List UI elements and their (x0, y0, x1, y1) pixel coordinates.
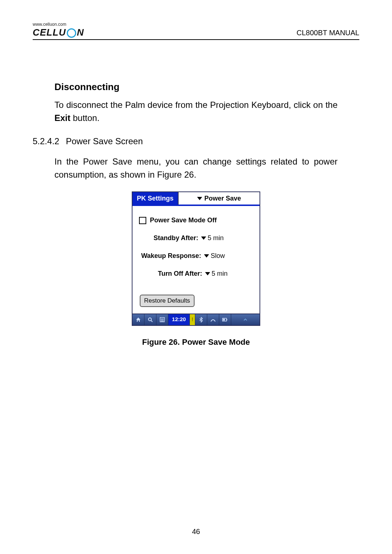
header-url: www.celluon.com (33, 22, 84, 27)
chevron-down-icon (201, 236, 206, 240)
svg-rect-7 (226, 319, 227, 320)
page-number: 46 (0, 527, 392, 536)
palm-title-menu-label: Power Save (204, 194, 241, 203)
standby-after-value: 5 min (208, 233, 224, 243)
restore-defaults-button[interactable]: Restore Defaults (140, 295, 195, 307)
page-header: www.celluon.com CELLU N CL800BT MANUAL (33, 22, 359, 40)
taskbar-clock[interactable]: 12:20 (168, 314, 190, 325)
section-number: 5.2.4.2 (33, 136, 59, 146)
home-icon[interactable] (132, 314, 144, 325)
para-disconnect: To disconnect the Palm device from the P… (54, 98, 338, 125)
section-title: Power Save Screen (66, 136, 143, 146)
para-disconnect-b: button. (70, 113, 99, 123)
para-disconnect-a: To disconnect the Palm device from the P… (54, 100, 338, 110)
celluon-logo: CELLU N (33, 28, 84, 37)
svg-rect-8 (223, 319, 225, 320)
palm-title-menu[interactable]: Power Save (178, 192, 260, 205)
menu-icon[interactable] (156, 314, 168, 325)
signal-icon[interactable] (207, 314, 219, 325)
palm-screenshot: PK Settings Power Save Power Save Mode O… (132, 191, 260, 326)
row-wakeup-response[interactable]: Wakeup Response: Slow (139, 251, 253, 261)
battery-icon[interactable] (219, 314, 231, 325)
wakeup-response-label: Wakeup Response: (141, 251, 201, 261)
para-disconnect-exit: Exit (54, 113, 70, 123)
row-standby-after[interactable]: Standby After: 5 min (139, 233, 253, 243)
power-save-mode-label: Power Save Mode Off (150, 215, 217, 225)
palm-titlebar: PK Settings Power Save (132, 192, 260, 205)
turn-off-after-label: Turn Off After: (158, 269, 202, 279)
logo-text-right: N (77, 28, 84, 37)
figure-wrapper: PK Settings Power Save Power Save Mode O… (54, 191, 338, 326)
heading-disconnecting: Disconnecting (54, 80, 338, 94)
palm-title-app[interactable]: PK Settings (132, 192, 178, 205)
bluetooth-icon[interactable] (195, 314, 207, 325)
search-icon[interactable] (144, 314, 156, 325)
svg-line-1 (151, 320, 152, 322)
para-powersave: In the Power Save menu, you can change s… (54, 155, 338, 181)
chevron-down-icon (197, 197, 202, 200)
palm-taskbar: 12:20 ! (132, 314, 260, 325)
standby-after-label: Standby After: (154, 233, 198, 243)
row-turn-off-after[interactable]: Turn Off After: 5 min (139, 269, 253, 279)
figure-caption: Figure 26. Power Save Mode (54, 336, 338, 348)
row-power-save-mode[interactable]: Power Save Mode Off (139, 215, 253, 225)
palm-body: Power Save Mode Off Standby After: 5 min… (132, 206, 260, 314)
chevron-down-icon (205, 272, 210, 275)
turn-off-after-value: 5 min (212, 269, 228, 279)
logo-o-icon (67, 28, 76, 38)
doc-title: CL800BT MANUAL (297, 29, 359, 37)
page-content: Disconnecting To disconnect the Palm dev… (33, 40, 359, 348)
chevron-down-icon (204, 254, 209, 258)
header-left: www.celluon.com CELLU N (33, 22, 84, 37)
logo-text-left: CELLU (33, 28, 66, 37)
wakeup-response-value: Slow (211, 251, 225, 261)
expand-icon[interactable] (231, 314, 260, 325)
svg-point-0 (148, 318, 151, 321)
section-heading: 5.2.4.2Power Save Screen (33, 135, 338, 148)
checkbox-icon[interactable] (139, 217, 146, 224)
alert-icon[interactable]: ! (190, 314, 195, 325)
